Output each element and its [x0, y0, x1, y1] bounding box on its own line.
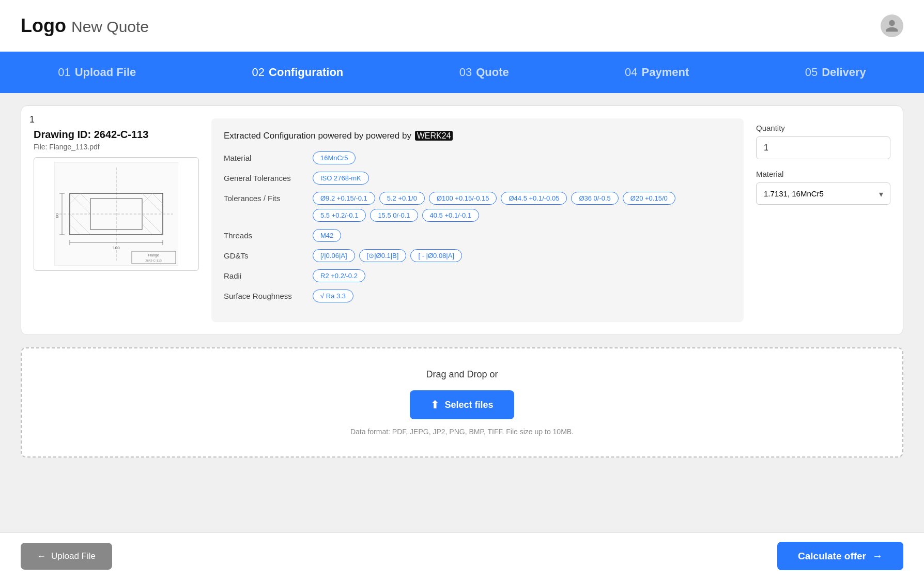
tolerance-tag: Ø20 +0.15/0 — [623, 192, 675, 205]
threads-tag: M42 — [313, 229, 341, 242]
part-card: 1 Drawing ID: 2642-C-113 File: Flange_11… — [21, 105, 903, 335]
general-tol-tags: ISO 2768-mK — [313, 172, 369, 185]
surface-tags: √ Ra 3.3 — [313, 290, 353, 302]
quantity-label: Quantity — [756, 124, 890, 132]
material-tags: 16MnCr5 — [313, 151, 356, 164]
config-row-general-tol: General Tolerances ISO 2768-mK — [224, 172, 731, 185]
config-row-threads: Threads M42 — [224, 229, 731, 242]
surface-tag: √ Ra 3.3 — [313, 290, 353, 302]
svg-text:Flange: Flange — [148, 253, 159, 257]
step-label-1: Upload File — [75, 66, 136, 79]
step-num-3: 03 — [459, 66, 472, 79]
tolerances-label: Tolerances / Fits — [224, 192, 306, 203]
calculate-offer-button[interactable]: Calculate offer → — [777, 542, 903, 570]
gdt-tags: [/|0.06|A][⊙|Ø0.1|B][ - |Ø0.08|A] — [313, 249, 462, 262]
drawing-file: File: Flange_113.pdf — [34, 143, 199, 151]
step-label-3: Quote — [476, 66, 509, 79]
tolerance-tags: Ø9.2 +0.15/-0.15.2 +0.1/0Ø100 +0.15/-0.1… — [313, 192, 731, 222]
step-payment[interactable]: 04 Payment — [625, 66, 689, 79]
config-row-surface: Surface Roughness √ Ra 3.3 — [224, 290, 731, 302]
drawing-id: Drawing ID: 2642-C-113 — [34, 129, 199, 141]
general-tol-tag: ISO 2768-mK — [313, 172, 369, 185]
gdt-tag: [ - |Ø0.08|A] — [410, 249, 462, 262]
tolerance-tag: Ø36 0/-0.5 — [571, 192, 618, 205]
threads-label: Threads — [224, 229, 306, 240]
step-upload[interactable]: 01 Upload File — [58, 66, 136, 79]
user-icon — [885, 19, 899, 33]
svg-text:80: 80 — [55, 213, 59, 218]
app-logo: Logo New Quote — [21, 15, 149, 37]
step-num-1: 01 — [58, 66, 70, 79]
drop-zone[interactable]: Drag and Drop or ⬆ Select files Data for… — [21, 347, 903, 458]
tolerance-tag: Ø9.2 +0.15/-0.1 — [313, 192, 375, 205]
tolerance-tag: 15.5 0/-0.1 — [370, 209, 418, 222]
drawing-section: Drawing ID: 2642-C-113 File: Flange_113.… — [34, 118, 199, 322]
logo-subtitle: New Quote — [71, 18, 149, 36]
logo-brand: Logo — [21, 15, 66, 37]
config-row-gdt: GD&Ts [/|0.06|A][⊙|Ø0.1|B][ - |Ø0.08|A] — [224, 249, 731, 262]
tolerance-tag: 40.5 +0.1/-0.1 — [422, 209, 480, 222]
config-row-tolerances: Tolerances / Fits Ø9.2 +0.15/-0.15.2 +0.… — [224, 192, 731, 222]
general-tol-label: General Tolerances — [224, 172, 306, 182]
step-label-2: Configuration — [269, 66, 343, 79]
step-num-2: 02 — [252, 66, 265, 79]
drag-drop-text: Drag and Drop or — [34, 369, 890, 380]
drawing-thumbnail: 100 80 — [34, 157, 199, 271]
material-select-wrapper: 1.7131, 16MnCr5 — [756, 182, 890, 205]
upload-icon: ⬆ — [430, 399, 439, 411]
select-files-label: Select files — [444, 400, 493, 410]
tolerance-tag: Ø100 +0.15/-0.15 — [429, 192, 497, 205]
werk-logo: WERK24 — [415, 131, 453, 141]
svg-text:2642-C-113: 2642-C-113 — [145, 259, 162, 262]
radii-label: Radii — [224, 269, 306, 280]
svg-text:100: 100 — [113, 246, 120, 250]
step-quote[interactable]: 03 Quote — [459, 66, 509, 79]
step-delivery[interactable]: 05 Delivery — [805, 66, 866, 79]
header: Logo New Quote — [0, 0, 924, 52]
sidebar-material-label: Material — [756, 170, 890, 178]
arrow-right-icon: → — [872, 550, 883, 562]
back-label: Upload File — [51, 551, 96, 561]
steps-bar: 01 Upload File 02 Configuration 03 Quote… — [0, 52, 924, 93]
footer: ← Upload File Calculate offer → — [0, 532, 924, 579]
material-select[interactable]: 1.7131, 16MnCr5 — [756, 182, 890, 205]
step-label-5: Delivery — [822, 66, 866, 79]
user-avatar[interactable] — [881, 14, 903, 37]
config-section: Extracted Configuration powered by power… — [211, 118, 744, 322]
quantity-input[interactable] — [756, 136, 890, 159]
drop-hint: Data format: PDF, JEPG, JP2, PNG, BMP, T… — [34, 428, 890, 436]
gdt-tag: [⊙|Ø0.1|B] — [359, 249, 407, 262]
material-tag: 16MnCr5 — [313, 151, 356, 164]
sidebar-section: Quantity Material 1.7131, 16MnCr5 — [756, 118, 890, 322]
config-row-radii: Radii R2 +0.2/-0.2 — [224, 269, 731, 282]
step-configuration[interactable]: 02 Configuration — [252, 66, 344, 79]
config-header: Extracted Configuration powered by power… — [224, 131, 731, 141]
step-num-4: 04 — [625, 66, 637, 79]
gdt-tag: [/|0.06|A] — [313, 249, 355, 262]
tolerance-tag: 5.5 +0.2/-0.1 — [313, 209, 366, 222]
step-label-4: Payment — [642, 66, 689, 79]
main-content: 1 Drawing ID: 2642-C-113 File: Flange_11… — [0, 93, 924, 482]
tolerance-tag: 5.2 +0.1/0 — [379, 192, 425, 205]
gdt-label: GD&Ts — [224, 249, 306, 260]
material-label: Material — [224, 151, 306, 162]
back-button[interactable]: ← Upload File — [21, 543, 112, 570]
step-num-5: 05 — [805, 66, 818, 79]
calc-label: Calculate offer — [798, 551, 866, 562]
drawing-svg: 100 80 — [54, 162, 178, 266]
radii-tag: R2 +0.2/-0.2 — [313, 269, 365, 282]
config-header-text: Extracted Configuration powered by — [224, 131, 363, 141]
config-row-material: Material 16MnCr5 — [224, 151, 731, 164]
radii-tags: R2 +0.2/-0.2 — [313, 269, 365, 282]
select-files-button[interactable]: ⬆ Select files — [410, 390, 514, 419]
card-number: 1 — [29, 114, 35, 125]
surface-label: Surface Roughness — [224, 290, 306, 300]
threads-tags: M42 — [313, 229, 341, 242]
back-arrow-icon: ← — [37, 551, 46, 561]
tolerance-tag: Ø44.5 +0.1/-0.05 — [501, 192, 567, 205]
